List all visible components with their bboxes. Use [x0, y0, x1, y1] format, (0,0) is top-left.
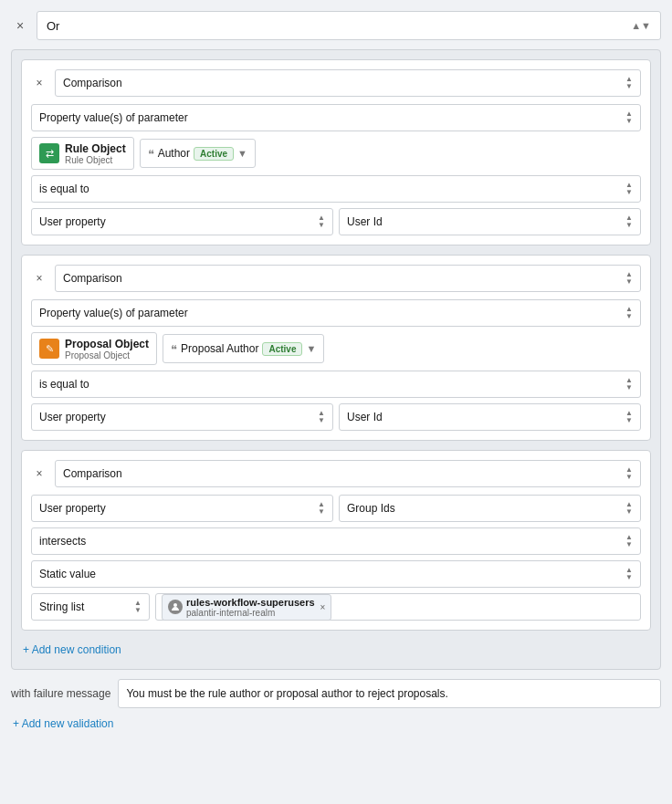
condition-1-operator-select[interactable]: is equal to ▲▼ [31, 175, 641, 203]
condition-1-object-sub: Rule Object [65, 155, 126, 165]
condition-2-active-badge: Active [262, 342, 302, 356]
condition-3-right-label: Group Ids [347, 502, 395, 515]
or-label: Or [47, 19, 59, 33]
condition-3-split-row: User property ▲▼ Group Ids ▲▼ [31, 495, 641, 522]
condition-1-property-source-chevrons-icon: ▲▼ [625, 110, 633, 125]
condition-1-left-select[interactable]: User property ▲▼ [31, 208, 333, 235]
condition-1-left-chevrons-icon: ▲▼ [318, 214, 325, 229]
condition-2-content: Property value(s) of parameter ▲▼ ✎ Prop… [31, 299, 641, 431]
main-card: × Comparison ▲▼ Property value(s) of par… [11, 49, 661, 670]
condition-2-operator-label: is equal to [39, 378, 89, 391]
condition-2-operator-select[interactable]: is equal to ▲▼ [31, 371, 641, 398]
condition-3-string-list-label: String list [39, 600, 84, 613]
condition-3-static-value-chevrons-icon: ▲▼ [625, 567, 633, 581]
failure-message-input[interactable] [118, 679, 661, 708]
condition-1-content: Property value(s) of parameter ▲▼ ⇄ Rule… [31, 104, 641, 235]
condition-1-operator-label: is equal to [39, 183, 89, 195]
condition-3-group-item: rules-workflow-superusers palantir-inter… [162, 594, 331, 621]
condition-3-content: User property ▲▼ Group Ids ▲▼ intersects… [31, 495, 641, 621]
add-validation-label: + Add new validation [13, 717, 113, 730]
condition-3-string-list-row: String list ▲▼ rules [31, 593, 641, 621]
condition-3-group-name: rules-workflow-superusers [186, 597, 315, 608]
condition-3-close-button[interactable]: × [31, 465, 47, 482]
condition-3-tag-close-button[interactable]: × [320, 602, 326, 612]
condition-2-object-label: Proposal Object Proposal Object [65, 338, 149, 360]
condition-3-static-value-label: Static value [39, 568, 96, 580]
condition-1-param-row: ⇄ Rule Object Rule Object ❝ Author Activ… [31, 137, 641, 170]
condition-block-3: × Comparison ▲▼ User property ▲▼ Group I… [21, 450, 651, 631]
condition-3-person-icon [168, 600, 183, 614]
condition-2-property-source-select[interactable]: Property value(s) of parameter ▲▼ [31, 299, 641, 327]
outer-container: × Or ▲▼ × Comparison ▲▼ Property value(s… [0, 0, 672, 745]
condition-3-operator-select[interactable]: intersects ▲▼ [31, 527, 641, 555]
condition-3-header: × Comparison ▲▼ [31, 460, 641, 487]
condition-3-left-label: User property [39, 502, 106, 515]
condition-2-left-label: User property [39, 411, 106, 423]
condition-1-property-source-select[interactable]: Property value(s) of parameter ▲▼ [31, 104, 641, 131]
condition-1-param-name: Author [158, 147, 190, 160]
condition-3-right-select[interactable]: Group Ids ▲▼ [339, 495, 641, 522]
condition-2-object-name: Proposal Object [65, 338, 149, 350]
condition-1-property-source-label: Property value(s) of parameter [39, 111, 188, 124]
condition-3-group-name-col: rules-workflow-superusers palantir-inter… [186, 597, 315, 618]
condition-1-right-select[interactable]: User Id ▲▼ [339, 208, 641, 235]
condition-2-type-chevrons-icon: ▲▼ [625, 271, 633, 286]
condition-1-operator-chevrons-icon: ▲▼ [625, 182, 633, 196]
top-row: × Or ▲▼ [11, 11, 661, 40]
or-select[interactable]: Or ▲▼ [37, 11, 661, 40]
condition-2-split-row: User property ▲▼ User Id ▲▼ [31, 403, 641, 431]
condition-1-type-label: Comparison [63, 77, 122, 89]
condition-1-active-badge: Active [194, 147, 234, 161]
condition-2-close-button[interactable]: × [31, 270, 47, 287]
condition-block-1: × Comparison ▲▼ Property value(s) of par… [21, 59, 651, 245]
condition-1-object-label: Rule Object Rule Object [65, 142, 126, 165]
condition-2-object-symbol: ✎ [46, 343, 54, 355]
condition-2-type-label: Comparison [63, 272, 122, 285]
condition-2-right-select[interactable]: User Id ▲▼ [339, 403, 641, 431]
condition-1-left-label: User property [39, 215, 106, 228]
condition-3-type-select[interactable]: Comparison ▲▼ [55, 460, 641, 487]
condition-3-group-tag: rules-workflow-superusers palantir-inter… [155, 593, 641, 621]
top-close-button[interactable]: × [11, 16, 29, 35]
condition-1-right-label: User Id [347, 215, 383, 228]
add-condition-label: + Add new condition [23, 643, 121, 656]
condition-3-type-chevrons-icon: ▲▼ [625, 466, 633, 481]
condition-3-static-value-select[interactable]: Static value ▲▼ [31, 560, 641, 588]
condition-1-header: × Comparison ▲▼ [31, 69, 641, 97]
failure-label: with failure message [11, 687, 110, 700]
condition-2-property-source-chevrons-icon: ▲▼ [625, 306, 633, 320]
condition-1-type-select[interactable]: Comparison ▲▼ [55, 69, 641, 97]
condition-2-operator-chevrons-icon: ▲▼ [625, 377, 633, 392]
condition-3-left-select[interactable]: User property ▲▼ [31, 495, 333, 522]
condition-1-type-chevrons-icon: ▲▼ [625, 76, 633, 90]
condition-1-object-name: Rule Object [65, 142, 126, 155]
condition-1-object-tag[interactable]: ⇄ Rule Object Rule Object [31, 137, 134, 170]
condition-2-param-row: ✎ Proposal Object Proposal Object ❝ Prop… [31, 332, 641, 365]
condition-1-param-select[interactable]: ❝ Author Active ▼ [140, 139, 256, 168]
condition-2-param-select[interactable]: ❝ Proposal Author Active ▼ [163, 334, 324, 363]
condition-2-type-select[interactable]: Comparison ▲▼ [55, 265, 641, 292]
condition-1-param-arrow-icon: ▼ [237, 148, 247, 159]
condition-2-right-chevrons-icon: ▲▼ [625, 410, 633, 424]
condition-1-object-symbol: ⇄ [46, 148, 54, 160]
condition-2-param-name: Proposal Author [181, 342, 258, 355]
condition-2-property-source-label: Property value(s) of parameter [39, 307, 188, 319]
condition-3-type-label: Comparison [63, 467, 122, 480]
add-validation-button[interactable]: + Add new validation [11, 714, 661, 734]
condition-2-object-tag[interactable]: ✎ Proposal Object Proposal Object [31, 332, 157, 365]
condition-3-left-chevrons-icon: ▲▼ [318, 501, 325, 516]
condition-3-string-list-chevrons-icon: ▲▼ [134, 600, 142, 614]
condition-2-left-select[interactable]: User property ▲▼ [31, 403, 333, 431]
add-condition-button[interactable]: + Add new condition [21, 640, 651, 660]
condition-3-group-realm: palantir-internal-realm [186, 608, 315, 618]
condition-3-operator-label: intersects [39, 535, 86, 548]
condition-2-left-chevrons-icon: ▲▼ [318, 410, 325, 424]
condition-2-quote-icon: ❝ [171, 342, 177, 356]
condition-1-object-icon: ⇄ [39, 143, 59, 163]
condition-1-close-button[interactable]: × [31, 75, 47, 91]
condition-3-string-list-select[interactable]: String list ▲▼ [31, 593, 150, 621]
condition-2-param-arrow-icon: ▼ [306, 343, 316, 354]
condition-1-split-row: User property ▲▼ User Id ▲▼ [31, 208, 641, 235]
condition-1-quote-icon: ❝ [148, 147, 154, 161]
or-chevrons-icon: ▲▼ [631, 20, 651, 31]
